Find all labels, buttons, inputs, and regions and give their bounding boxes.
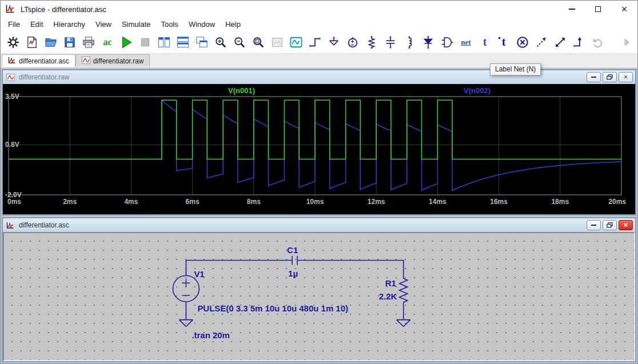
- close-icon: ×: [621, 4, 628, 14]
- waveform-tab-icon: [82, 57, 90, 66]
- ground-icon[interactable]: [326, 34, 342, 50]
- x-axis-tick-label: 6ms: [186, 198, 200, 206]
- menu-hierarchy[interactable]: Hierarchy: [48, 20, 90, 29]
- new-schematic-icon[interactable]: [24, 34, 40, 50]
- menu-help[interactable]: Help: [220, 20, 246, 29]
- pan-icon[interactable]: [269, 34, 285, 50]
- waveform-restore-button[interactable]: [603, 72, 617, 82]
- cascade-windows-icon[interactable]: [194, 34, 210, 50]
- spice-directive-icon[interactable]: t: [496, 34, 512, 50]
- waveform-window: differentiator.raw × 0ms2ms4ms6ms8ms10ms…: [2, 69, 636, 215]
- trace-label-vn001[interactable]: V(n001): [228, 86, 255, 95]
- capacitor-icon[interactable]: [382, 34, 398, 50]
- ground-symbol[interactable]: [179, 320, 410, 327]
- tab-label: differentiator.asc: [19, 57, 69, 65]
- schematic-close-button[interactable]: ×: [619, 220, 633, 230]
- waveform-window-icon: [6, 73, 15, 82]
- voltage-source-v1[interactable]: [173, 275, 199, 302]
- tab-differentiator-asc[interactable]: differentiator.asc: [2, 54, 75, 67]
- y-axis-tick-label: -2.0V: [5, 191, 22, 199]
- waveform-window-controls: ×: [585, 72, 633, 82]
- schematic-window-title: differentiator.asc: [19, 221, 69, 229]
- tran-directive-label[interactable]: .tran 20m: [192, 331, 230, 340]
- waveform-plot[interactable]: 0ms2ms4ms6ms8ms10ms12ms14ms16ms18ms20ms3…: [3, 84, 635, 214]
- v1-value-label[interactable]: PULSE(0 3.3 5m 10u 10u 480u 1m 10): [197, 304, 348, 313]
- tabbar: differentiator.asc differentiator.raw: [1, 53, 637, 67]
- save-icon[interactable]: [62, 34, 78, 50]
- capacitor-c1[interactable]: [292, 256, 297, 265]
- menu-simulate[interactable]: Simulate: [117, 20, 156, 29]
- ac-analysis-icon[interactable]: ac: [99, 34, 115, 50]
- waveform-plot-svg[interactable]: 0ms2ms4ms6ms8ms10ms12ms14ms16ms18ms20ms3…: [3, 84, 635, 214]
- titlebar[interactable]: LTspice - differentiator.asc ×: [1, 1, 637, 18]
- r1-value-label[interactable]: 2.2K: [379, 292, 397, 301]
- x-axis-tick-label: 10ms: [306, 198, 324, 206]
- run-icon[interactable]: [118, 34, 134, 50]
- zoom-in-icon[interactable]: [213, 34, 229, 50]
- menu-window[interactable]: Window: [184, 20, 220, 29]
- inductor-icon[interactable]: [401, 34, 417, 50]
- resistor-r1[interactable]: [400, 276, 408, 306]
- schematic-svg[interactable]: C1 1µ V1 PULSE(0 3.3 5m 10u 10u 480u 1m …: [4, 233, 634, 360]
- diode-icon[interactable]: [420, 34, 436, 50]
- text-icon[interactable]: t: [477, 34, 493, 50]
- waveform-minimize-button[interactable]: [587, 72, 601, 82]
- schematic-restore-button[interactable]: [603, 220, 617, 230]
- halt-icon[interactable]: [137, 34, 153, 50]
- schematic-minimize-button[interactable]: [587, 220, 601, 230]
- schematic-window: differentiator.asc ×: [2, 217, 636, 362]
- schematic-window-icon: [6, 221, 15, 230]
- zoom-out-icon[interactable]: [232, 34, 248, 50]
- open-file-icon[interactable]: [43, 34, 59, 50]
- minimize-icon: [569, 9, 575, 10]
- trace-label-vn002[interactable]: V(n002): [464, 86, 491, 95]
- waveform-close-button[interactable]: ×: [619, 72, 633, 82]
- window-title: LTspice - differentiator.asc: [21, 5, 106, 14]
- x-axis-tick-label: 20ms: [608, 198, 626, 206]
- drag-icon[interactable]: [571, 34, 587, 50]
- schematic-window-controls: ×: [585, 220, 633, 230]
- x-axis-tick-label: 2ms: [63, 198, 77, 206]
- window-controls: ×: [559, 1, 637, 18]
- wire-icon[interactable]: [307, 34, 323, 50]
- print-icon[interactable]: [81, 34, 97, 50]
- c1-ref-label[interactable]: C1: [287, 246, 298, 255]
- schematic-canvas[interactable]: C1 1µ V1 PULSE(0 3.3 5m 10u 10u 480u 1m …: [3, 232, 635, 361]
- tooltip-label-net: Label Net (N): [490, 63, 541, 75]
- voltage-source-icon[interactable]: [345, 34, 361, 50]
- tile-horizontal-icon[interactable]: [175, 34, 191, 50]
- r1-ref-label[interactable]: R1: [385, 279, 396, 288]
- waveform-window-title: differentiator.raw: [19, 73, 70, 81]
- tab-differentiator-raw[interactable]: differentiator.raw: [75, 54, 150, 67]
- settings-icon[interactable]: [5, 34, 21, 50]
- restore-icon: [607, 74, 613, 80]
- close-button[interactable]: ×: [611, 1, 637, 18]
- v1-ref-label[interactable]: V1: [194, 270, 204, 279]
- menu-file[interactable]: File: [3, 20, 25, 29]
- y-axis-tick-label: 0.8V: [5, 141, 19, 149]
- overflow-chevron-icon[interactable]: [619, 34, 635, 50]
- resistor-icon[interactable]: [364, 34, 380, 50]
- tab-label: differentiator.raw: [93, 57, 144, 65]
- duplicate-icon[interactable]: [533, 34, 549, 50]
- move-icon[interactable]: [552, 34, 568, 50]
- schematic-window-titlebar[interactable]: differentiator.asc ×: [3, 218, 635, 232]
- ltspice-logo-icon: [5, 3, 17, 15]
- waveform-viewer-icon[interactable]: [288, 34, 304, 50]
- minimize-button[interactable]: [559, 1, 585, 18]
- undo-icon[interactable]: [590, 34, 606, 50]
- x-axis-tick-label: 0ms: [7, 198, 21, 206]
- menu-edit[interactable]: Edit: [25, 20, 48, 29]
- delete-icon[interactable]: [515, 34, 531, 50]
- x-axis-tick-label: 4ms: [124, 198, 138, 206]
- component-icon[interactable]: [439, 34, 455, 50]
- menu-tools[interactable]: Tools: [156, 20, 184, 29]
- zoom-fit-icon[interactable]: [250, 34, 266, 50]
- c1-value-label[interactable]: 1µ: [288, 269, 298, 278]
- menubar: File Edit Hierarchy View Simulate Tools …: [1, 18, 637, 31]
- label-net-icon[interactable]: net: [458, 34, 474, 50]
- tile-vertical-icon[interactable]: [156, 34, 172, 50]
- minimize-icon: [591, 225, 596, 226]
- maximize-button[interactable]: [585, 1, 611, 18]
- menu-view[interactable]: View: [90, 20, 117, 29]
